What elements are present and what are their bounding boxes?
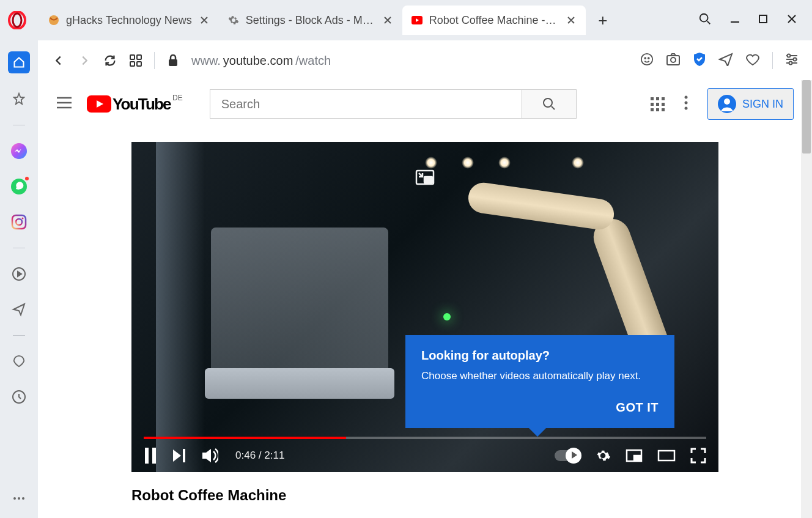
svg-rect-43 (659, 451, 674, 461)
svg-point-21 (641, 54, 652, 65)
svg-point-14 (18, 497, 20, 500)
youtube-favicon-icon (411, 14, 423, 26)
url-field[interactable]: www.youtube.com/watch (191, 54, 629, 68)
svg-point-26 (788, 54, 791, 57)
url-path: /watch (295, 54, 331, 68)
next-button[interactable] (172, 449, 186, 462)
gear-icon (227, 14, 240, 26)
forward-button[interactable] (77, 53, 92, 68)
svg-rect-42 (634, 456, 640, 460)
autoplay-toggle[interactable] (555, 450, 580, 461)
more-icon[interactable] (9, 489, 29, 508)
tab-2[interactable]: Robot Coffee Machine - Yo (402, 6, 586, 35)
volume-button[interactable] (201, 448, 218, 464)
settings-gear-icon[interactable] (595, 448, 611, 464)
camera-icon[interactable] (666, 53, 681, 68)
separator (13, 248, 25, 248)
minimize-button[interactable] (730, 14, 740, 26)
player-icon[interactable] (9, 264, 29, 284)
apps-icon[interactable] (651, 97, 665, 111)
send-to-flow-icon[interactable] (718, 53, 733, 68)
page-content: YouTube DE SIGN IN (38, 81, 812, 518)
svg-rect-39 (152, 448, 156, 464)
hamburger-menu-icon[interactable] (56, 97, 72, 111)
search-input[interactable] (210, 89, 522, 119)
svg-rect-19 (137, 62, 141, 66)
new-tab-button[interactable]: + (591, 8, 615, 32)
signin-button[interactable]: SIGN IN (707, 88, 794, 120)
instagram-icon[interactable] (9, 212, 29, 232)
svg-point-35 (724, 98, 730, 105)
opera-menu-button[interactable] (5, 8, 29, 32)
emoji-icon[interactable] (640, 53, 654, 68)
svg-point-28 (789, 62, 792, 65)
scroll-thumb[interactable] (802, 80, 811, 154)
tab-0[interactable]: gHacks Technology News (39, 6, 219, 35)
tab-title: Robot Coffee Machine - Yo (429, 14, 559, 27)
svg-rect-38 (145, 448, 149, 464)
back-button[interactable] (51, 53, 66, 68)
close-icon[interactable] (382, 14, 394, 26)
adblock-shield-icon[interactable] (693, 52, 706, 69)
tooltip-dismiss-button[interactable]: GOT IT (421, 401, 659, 415)
separator (154, 52, 155, 69)
miniplayer-icon[interactable] (626, 449, 643, 462)
pause-button[interactable] (144, 448, 157, 464)
whatsapp-icon[interactable] (9, 177, 29, 196)
svg-point-10 (22, 218, 24, 220)
youtube-logo-text: YouTube (113, 95, 171, 114)
separator (13, 335, 25, 336)
easy-setup-icon[interactable] (785, 53, 799, 68)
svg-point-25 (671, 57, 676, 62)
theater-mode-icon[interactable] (657, 450, 676, 462)
separator (772, 52, 773, 69)
browser-titlebar: gHacks Technology News Settings - Block … (0, 0, 812, 40)
pinboards-icon[interactable] (9, 352, 29, 371)
youtube-region: DE (172, 94, 183, 102)
heart-icon[interactable] (745, 53, 760, 68)
svg-rect-40 (183, 449, 185, 462)
separator (13, 125, 25, 125)
svg-point-27 (794, 58, 797, 61)
tab-1[interactable]: Settings - Block Ads - Mana (219, 6, 402, 35)
autoplay-tooltip: Looking for autoplay? Choose whether vid… (405, 335, 674, 428)
youtube-header: YouTube DE SIGN IN (38, 81, 812, 127)
tab-title: Settings - Block Ads - Mana (246, 14, 375, 27)
svg-point-22 (644, 57, 646, 59)
video-title: Robot Coffee Machine (131, 487, 718, 504)
bookmarks-icon[interactable] (9, 89, 29, 109)
svg-point-32 (684, 102, 687, 105)
svg-rect-16 (130, 55, 135, 59)
youtube-search (210, 89, 577, 119)
close-icon[interactable] (198, 14, 210, 26)
svg-rect-37 (424, 177, 432, 183)
tab-title: gHacks Technology News (66, 14, 192, 27)
close-icon[interactable] (565, 14, 577, 26)
home-icon[interactable] (8, 51, 30, 73)
maximize-button[interactable] (758, 14, 768, 26)
search-button[interactable] (522, 89, 577, 119)
video-player[interactable]: Looking for autoplay? Choose whether vid… (131, 142, 718, 472)
search-icon[interactable] (698, 12, 712, 28)
svg-point-23 (648, 57, 649, 59)
fullscreen-icon[interactable] (690, 448, 706, 464)
history-icon[interactable] (9, 387, 29, 407)
window-controls (698, 12, 807, 28)
speed-dial-icon[interactable] (128, 53, 143, 68)
messenger-icon[interactable] (9, 141, 29, 161)
reload-button[interactable] (103, 53, 117, 68)
svg-point-4 (700, 14, 708, 22)
signin-label: SIGN IN (742, 98, 783, 111)
send-icon[interactable] (9, 300, 29, 319)
settings-menu-icon[interactable] (684, 95, 688, 113)
tooltip-body: Choose whether videos automatically play… (421, 369, 659, 383)
svg-rect-17 (137, 55, 141, 59)
tooltip-title: Looking for autoplay? (421, 349, 659, 363)
page-scrollbar[interactable] (801, 80, 812, 518)
miniplayer-overlay-icon[interactable] (415, 168, 435, 188)
close-window-button[interactable] (786, 13, 797, 27)
youtube-logo[interactable]: YouTube DE (87, 95, 171, 114)
lock-icon[interactable] (166, 53, 180, 68)
tab-strip: gHacks Technology News Settings - Block … (39, 0, 698, 40)
url-domain: youtube.com (223, 54, 293, 68)
